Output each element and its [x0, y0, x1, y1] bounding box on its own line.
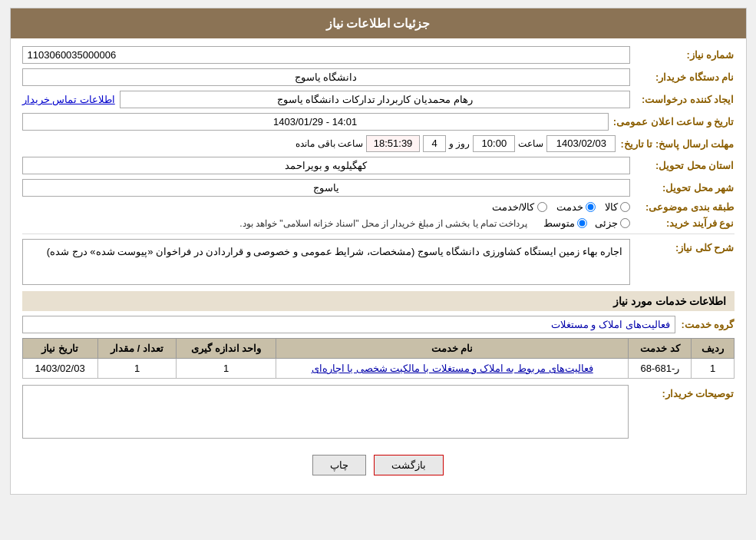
- deadline-days-label: روز و: [449, 138, 470, 149]
- col-header-code: کد خدمت: [629, 339, 692, 359]
- description-label: شرح کلی نیاز:: [635, 242, 735, 253]
- deadline-time-label: ساعت: [518, 138, 543, 149]
- province-value: کهگیلویه و بویراحمد: [22, 157, 630, 174]
- province-row: استان محل تحویل: کهگیلویه و بویراحمد: [22, 157, 735, 174]
- buyer-org-label: نام دستگاه خریدار:: [635, 71, 735, 83]
- buyer-org-value: دانشگاه یاسوج: [22, 68, 630, 86]
- buyer-notes-row: توصیحات خریدار:: [22, 385, 735, 441]
- announce-row: تاریخ و ساعت اعلان عمومی: 1403/01/29 - 1…: [22, 113, 735, 131]
- page-title: جزئیات اطلاعات نیاز: [326, 17, 431, 30]
- service-group-label: گروه خدمت:: [682, 319, 735, 330]
- process-note: پرداخت تمام یا بخشی از مبلغ خریدار از مح…: [239, 218, 527, 229]
- cell-qty: 1: [97, 359, 177, 379]
- col-header-qty: تعداد / مقدار: [97, 339, 177, 359]
- category-option-kala-khedmat[interactable]: کالا/خدمت: [492, 201, 547, 213]
- deadline-date-value: 1403/02/03: [546, 135, 616, 152]
- buyer-org-row: نام دستگاه خریدار: دانشگاه یاسوج: [22, 68, 735, 86]
- process-jozi-label: جزئی: [595, 217, 618, 229]
- services-table: ردیف کد خدمت نام خدمت واحد اندازه گیری ت…: [22, 338, 735, 379]
- page-header: جزئیات اطلاعات نیاز: [11, 8, 746, 38]
- category-option-khedmat[interactable]: خدمت: [556, 201, 596, 213]
- deadline-datetime-group: 1403/02/03 ساعت 10:00 روز و 4 18:51:39 س…: [295, 135, 616, 152]
- process-motavset-label: متوسط: [543, 217, 575, 229]
- bottom-buttons: بازگشت چاپ: [22, 447, 735, 486]
- print-button[interactable]: چاپ: [312, 455, 366, 475]
- main-content: شماره نیاز: 1103060035000006 نام دستگاه …: [11, 38, 746, 494]
- category-radio-khedmat[interactable]: [586, 202, 596, 212]
- back-button[interactable]: بازگشت: [374, 455, 444, 475]
- description-row: شرح کلی نیاز: اجاره بهاء زمین ایستگاه کش…: [22, 239, 735, 285]
- cell-name[interactable]: فعالیت‌های مربوط به املاک و مستغلات با م…: [276, 359, 629, 379]
- service-section-title: اطلاعات خدمات مورد نیاز: [22, 291, 735, 311]
- need-number-value: 1103060035000006: [22, 46, 630, 64]
- creator-row: ایجاد کننده درخواست: رهام محمدیان کاربرد…: [22, 91, 735, 108]
- category-radio-kala-khedmat[interactable]: [537, 202, 547, 212]
- need-number-row: شماره نیاز: 1103060035000006: [22, 46, 735, 64]
- city-value: یاسوج: [22, 179, 630, 197]
- col-header-unit: واحد اندازه گیری: [177, 339, 276, 359]
- col-header-date: تاریخ نیاز: [22, 339, 97, 359]
- category-kala-khedmat-label: کالا/خدمت: [492, 201, 535, 213]
- cell-row-num: 1: [692, 359, 734, 379]
- deadline-label: مهلت ارسال پاسخ: تا تاریخ:: [620, 138, 734, 150]
- deadline-time-value: 10:00: [473, 135, 515, 152]
- process-row: نوع فرآیند خرید: جزئی متوسط پرداخت تمام …: [22, 217, 735, 229]
- deadline-remaining-label: ساعت باقی مانده: [295, 138, 363, 149]
- buyer-notes-textarea[interactable]: [22, 385, 629, 439]
- buyer-notes-label: توصیحات خریدار:: [635, 388, 735, 399]
- announce-label: تاریخ و ساعت اعلان عمومی:: [613, 116, 735, 128]
- col-header-name: نام خدمت: [276, 339, 629, 359]
- service-group-value: فعالیت‌های املاک و مستغلات: [22, 316, 675, 333]
- description-value: اجاره بهاء زمین ایستگاه کشاورزی دانشگاه …: [22, 239, 630, 285]
- category-radio-group: کالا خدمت کالا/خدمت: [492, 201, 630, 213]
- announce-datetime-value: 1403/01/29 - 14:01: [22, 113, 609, 131]
- cell-code: ر-681-68: [629, 359, 692, 379]
- process-label: نوع فرآیند خرید:: [635, 217, 735, 229]
- process-option-motavset[interactable]: متوسط: [543, 217, 587, 229]
- process-option-jozi[interactable]: جزئی: [595, 217, 630, 229]
- category-khedmat-label: خدمت: [556, 201, 583, 213]
- category-row: طبقه بندی موضوعی: کالا خدمت کالا/خدمت: [22, 201, 735, 213]
- city-label: شهر محل تحویل:: [635, 182, 735, 194]
- contact-link[interactable]: اطلاعات تماس خریدار: [22, 94, 115, 105]
- deadline-row: مهلت ارسال پاسخ: تا تاریخ: 1403/02/03 سا…: [22, 135, 735, 152]
- category-kala-label: کالا: [605, 201, 618, 213]
- col-header-row: ردیف: [692, 339, 734, 359]
- cell-unit: 1: [177, 359, 276, 379]
- category-label: طبقه بندی موضوعی:: [635, 201, 735, 213]
- city-row: شهر محل تحویل: یاسوج: [22, 179, 735, 197]
- category-option-kala[interactable]: کالا: [605, 201, 630, 213]
- cell-date: 1403/02/03: [22, 359, 97, 379]
- divider-1: [22, 234, 735, 234]
- need-number-label: شماره نیاز:: [635, 49, 735, 61]
- deadline-days-value: 4: [423, 135, 446, 152]
- category-radio-kala[interactable]: [620, 202, 630, 212]
- process-type-row: جزئی متوسط پرداخت تمام یا بخشی از مبلغ خ…: [239, 217, 629, 229]
- process-radio-jozi[interactable]: [620, 218, 630, 228]
- process-radio-motavset[interactable]: [577, 218, 587, 228]
- table-row: 1 ر-681-68 فعالیت‌های مربوط به املاک و م…: [22, 359, 734, 379]
- service-group-row: گروه خدمت: فعالیت‌های املاک و مستغلات: [22, 316, 735, 333]
- creator-value: رهام محمدیان کاربردار تدارکات دانشگاه یا…: [120, 91, 630, 108]
- creator-label: ایجاد کننده درخواست:: [635, 94, 735, 105]
- page-container: جزئیات اطلاعات نیاز شماره نیاز: 11030600…: [10, 8, 747, 495]
- deadline-remaining-value: 18:51:39: [366, 135, 420, 152]
- province-label: استان محل تحویل:: [635, 160, 735, 171]
